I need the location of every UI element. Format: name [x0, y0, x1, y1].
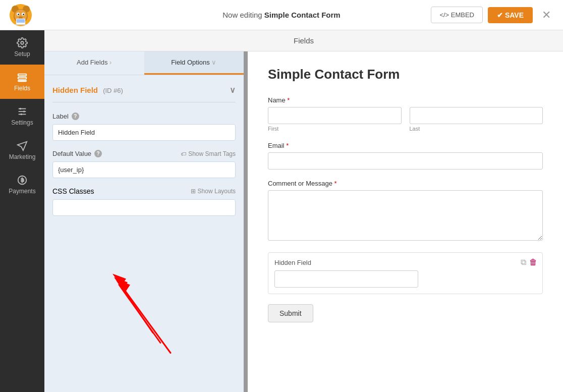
label-section: Label ?	[52, 113, 236, 141]
panel-tabs: Add Fields › Field Options ∨	[44, 51, 244, 75]
two-panel: Add Fields › Field Options ∨ Hidden Fiel…	[44, 51, 563, 392]
field-header-title: Hidden Field (ID #6)	[52, 86, 123, 94]
layouts-icon: ⊞	[191, 188, 196, 195]
default-value-input[interactable]	[52, 161, 236, 178]
svg-rect-11	[17, 19, 25, 23]
svg-point-22	[20, 114, 22, 116]
sidebar-item-fields[interactable]: Fields	[0, 65, 44, 99]
panel-divider[interactable]	[244, 51, 248, 392]
form-name-field: Name * First Last	[268, 96, 543, 132]
topbar-title: Now editing Simple Contact Form	[222, 11, 340, 19]
svg-rect-15	[18, 77, 27, 79]
svg-point-7	[18, 14, 19, 15]
comment-required: *	[332, 180, 337, 187]
name-first-input[interactable]	[268, 107, 402, 124]
app-body: Setup Fields Settings	[0, 30, 563, 392]
sidebar-item-fields-label: Fields	[14, 85, 30, 92]
name-first-sublabel: First	[268, 126, 402, 132]
svg-point-20	[20, 108, 22, 110]
sidebar-item-setup[interactable]: Setup	[0, 30, 44, 65]
label-help-icon[interactable]: ?	[72, 113, 79, 120]
close-button[interactable]: ✕	[538, 7, 555, 24]
css-classes-label-row: CSS Classes ⊞ Show Layouts	[52, 187, 236, 195]
hidden-field-copy-button[interactable]: ⧉	[521, 258, 526, 267]
tab-add-fields[interactable]: Add Fields ›	[44, 51, 144, 75]
form-name-label: Name *	[268, 96, 543, 104]
svg-rect-16	[18, 80, 27, 81]
css-classes-label: CSS Classes	[52, 187, 94, 195]
sidebar-item-marketing-label: Marketing	[9, 153, 36, 160]
svg-rect-12	[15, 24, 26, 25]
email-input[interactable]	[268, 152, 543, 170]
sidebar-item-payments-label: Payments	[9, 188, 35, 195]
form-preview: Simple Contact Form Name * First Last	[248, 51, 563, 392]
sidebar-item-setup-label: Setup	[14, 50, 30, 58]
topbar-actions: </> EMBED ✔ SAVE ✕	[431, 7, 555, 24]
css-classes-input[interactable]	[52, 199, 236, 216]
form-title: Simple Contact Form	[268, 67, 543, 82]
form-comment-field: Comment or Message *	[268, 180, 543, 242]
sidebar-item-settings-label: Settings	[11, 119, 33, 126]
css-classes-section: CSS Classes ⊞ Show Layouts	[52, 187, 236, 216]
hidden-field-delete-button[interactable]: 🗑	[529, 258, 537, 267]
field-header: Hidden Field (ID #6) ∨	[52, 85, 236, 102]
show-smart-tags[interactable]: 🏷 Show Smart Tags	[181, 150, 236, 157]
hidden-field-label: Hidden Field	[274, 259, 536, 266]
svg-rect-14	[18, 74, 27, 76]
save-button[interactable]: ✔ SAVE	[488, 7, 533, 23]
form-email-field: Email *	[268, 142, 543, 170]
hidden-field-actions: ⧉ 🗑	[521, 258, 537, 267]
default-value-section: Default Value ? 🏷 Show Smart Tags	[52, 150, 236, 178]
embed-button[interactable]: </> EMBED	[431, 7, 483, 23]
sidebar-item-payments[interactable]: Payments	[0, 167, 44, 202]
sidebar: Setup Fields Settings	[0, 30, 44, 392]
name-required: *	[286, 96, 290, 104]
default-value-label: Default Value ?	[52, 150, 102, 157]
tab-field-options[interactable]: Field Options ∨	[144, 51, 244, 75]
logo	[8, 3, 33, 28]
left-panel: Add Fields › Field Options ∨ Hidden Fiel…	[44, 51, 244, 392]
submit-button[interactable]: Submit	[268, 304, 313, 322]
form-comment-label: Comment or Message *	[268, 180, 543, 187]
name-last-col: Last	[410, 107, 543, 132]
show-layouts[interactable]: ⊞ Show Layouts	[191, 188, 236, 195]
topbar: Now editing Simple Contact Form </> EMBE…	[0, 0, 563, 30]
tag-icon: 🏷	[181, 151, 186, 157]
field-header-chevron[interactable]: ∨	[230, 85, 236, 95]
svg-point-21	[23, 110, 25, 113]
sidebar-item-settings[interactable]: Settings	[0, 99, 44, 133]
fields-tabs-bar: Fields	[44, 30, 563, 51]
default-value-label-row: Default Value ? 🏷 Show Smart Tags	[52, 150, 236, 157]
label-label-row: Label ?	[52, 113, 236, 120]
hidden-field-wrapper: ⧉ 🗑 Hidden Field	[268, 252, 543, 294]
email-required: *	[285, 142, 289, 149]
svg-point-13	[21, 41, 24, 44]
name-last-input[interactable]	[410, 107, 543, 124]
main-content: Fields Add Fields › Field Options ∨	[44, 30, 563, 392]
name-first-col: First	[268, 107, 402, 132]
label-text: Label	[52, 113, 69, 120]
comment-textarea[interactable]	[268, 190, 543, 241]
sidebar-item-marketing[interactable]: Marketing	[0, 133, 44, 167]
panel-content: Hidden Field (ID #6) ∨ Label ?	[44, 75, 244, 392]
hidden-field-input[interactable]	[274, 270, 418, 288]
default-value-help-icon[interactable]: ?	[94, 150, 102, 157]
name-row: First Last	[268, 107, 543, 132]
form-email-label: Email *	[268, 142, 543, 149]
label-input[interactable]	[52, 124, 236, 141]
svg-point-8	[23, 14, 24, 15]
fields-bar-label: Fields	[294, 36, 314, 45]
name-last-sublabel: Last	[410, 126, 543, 132]
